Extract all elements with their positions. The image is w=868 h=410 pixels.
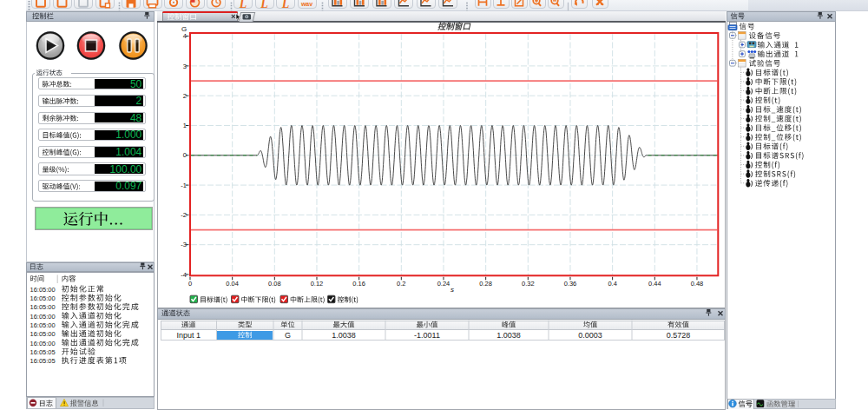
svg-text:16:05:00: 16:05:00	[30, 330, 56, 338]
svg-text:0.097: 0.097	[115, 180, 141, 192]
svg-text:0.48: 0.48	[691, 280, 704, 288]
svg-text:0: 0	[183, 151, 187, 159]
svg-text:0.16: 0.16	[352, 280, 365, 288]
svg-text:L: L	[260, 0, 268, 10]
svg-text:1: 1	[183, 122, 187, 129]
svg-text:-4: -4	[181, 271, 187, 279]
svg-text:0.44: 0.44	[648, 280, 661, 288]
svg-text:1.004: 1.004	[115, 146, 141, 158]
svg-text:0.2: 0.2	[397, 280, 405, 288]
svg-text:G: G	[181, 25, 187, 33]
svg-text:4: 4	[183, 32, 187, 40]
svg-text:-1: -1	[181, 182, 187, 189]
svg-text:0: 0	[188, 280, 192, 288]
svg-text:1.0038: 1.0038	[496, 331, 521, 340]
svg-text:s: s	[450, 286, 454, 294]
svg-text:16:05:00: 16:05:00	[30, 303, 56, 311]
svg-text:16:05:05: 16:05:05	[30, 357, 56, 365]
svg-text:0.4: 0.4	[608, 280, 616, 288]
svg-text:3: 3	[183, 63, 187, 70]
svg-text:2: 2	[136, 95, 142, 107]
svg-text:16:05:00: 16:05:00	[30, 286, 56, 294]
svg-text:0.5728: 0.5728	[667, 331, 691, 340]
svg-text:0.36: 0.36	[564, 280, 577, 288]
svg-text:0.32: 0.32	[522, 280, 535, 288]
svg-text:0.24: 0.24	[437, 280, 450, 288]
svg-text:0.0003: 0.0003	[578, 331, 602, 340]
svg-text:1.000: 1.000	[115, 129, 141, 141]
svg-text:0.08: 0.08	[268, 280, 281, 288]
svg-text:1.0038: 1.0038	[332, 331, 356, 340]
svg-text:48: 48	[130, 112, 142, 124]
svg-text:50: 50	[130, 78, 142, 90]
svg-text:0.04: 0.04	[226, 280, 239, 288]
svg-text:Input 1: Input 1	[176, 331, 201, 340]
svg-text:0.28: 0.28	[479, 280, 492, 288]
svg-text:16:05:00: 16:05:00	[30, 313, 56, 321]
svg-text:0.12: 0.12	[311, 280, 324, 288]
svg-text:16:05:05: 16:05:05	[30, 348, 56, 356]
svg-text:wav: wav	[300, 1, 312, 7]
svg-text:2: 2	[183, 92, 187, 100]
svg-text:-2: -2	[181, 211, 187, 219]
svg-text:L: L	[281, 0, 290, 10]
svg-text:L: L	[239, 0, 247, 10]
svg-text:-3: -3	[181, 241, 187, 248]
svg-text:16:05:00: 16:05:00	[30, 340, 56, 347]
svg-text:-1.0011: -1.0011	[414, 331, 440, 340]
svg-text:16:05:00: 16:05:00	[30, 294, 56, 302]
svg-text:16:05:00: 16:05:00	[30, 321, 56, 329]
svg-text:G: G	[285, 331, 291, 340]
svg-text:100.00: 100.00	[110, 163, 142, 175]
